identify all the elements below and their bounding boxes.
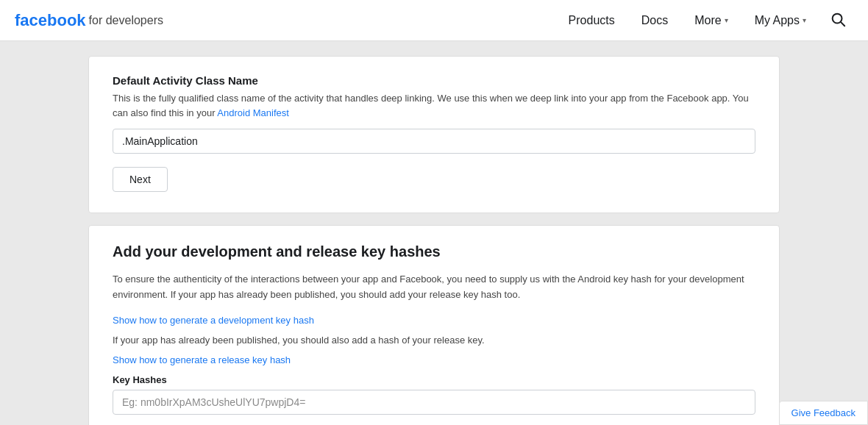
key-hashes-input[interactable]: [113, 390, 755, 415]
svg-line-1: [841, 22, 844, 26]
key-hashes-card: Add your development and release key has…: [88, 225, 780, 425]
top-card-title: Default Activity Class Name: [113, 74, 755, 87]
nav-products[interactable]: Products: [558, 8, 625, 33]
brand-for-developers: for developers: [89, 14, 163, 27]
search-button[interactable]: [822, 5, 853, 36]
navbar-links: Products Docs More ▾ My Apps ▾: [558, 5, 853, 36]
main-application-input[interactable]: [113, 129, 755, 154]
my-apps-caret-icon: ▾: [803, 16, 806, 24]
android-manifest-link[interactable]: Android Manifest: [217, 107, 289, 118]
top-card: Default Activity Class Name This is the …: [88, 56, 780, 213]
give-feedback-button[interactable]: Give Feedback: [779, 401, 868, 425]
nav-my-apps[interactable]: My Apps ▾: [744, 8, 817, 33]
nav-more[interactable]: More ▾: [684, 8, 738, 33]
dev-key-hash-link[interactable]: Show how to generate a development key h…: [113, 315, 314, 326]
release-key-text: If your app has already been published, …: [113, 335, 755, 346]
navbar: facebook for developers Products Docs Mo…: [0, 0, 868, 41]
brand: facebook for developers: [15, 11, 163, 30]
more-caret-icon: ▾: [725, 16, 728, 24]
top-card-desc: This is the fully qualified class name o…: [113, 91, 755, 120]
brand-facebook: facebook: [15, 11, 86, 30]
main-content: Default Activity Class Name This is the …: [0, 41, 868, 425]
nav-docs[interactable]: Docs: [631, 8, 678, 33]
key-hashes-title: Add your development and release key has…: [113, 243, 755, 260]
key-hashes-desc: To ensure the authenticity of the intera…: [113, 272, 755, 303]
top-next-button[interactable]: Next: [113, 167, 168, 192]
key-hashes-label: Key Hashes: [113, 374, 755, 385]
release-key-hash-link[interactable]: Show how to generate a release key hash: [113, 354, 291, 365]
